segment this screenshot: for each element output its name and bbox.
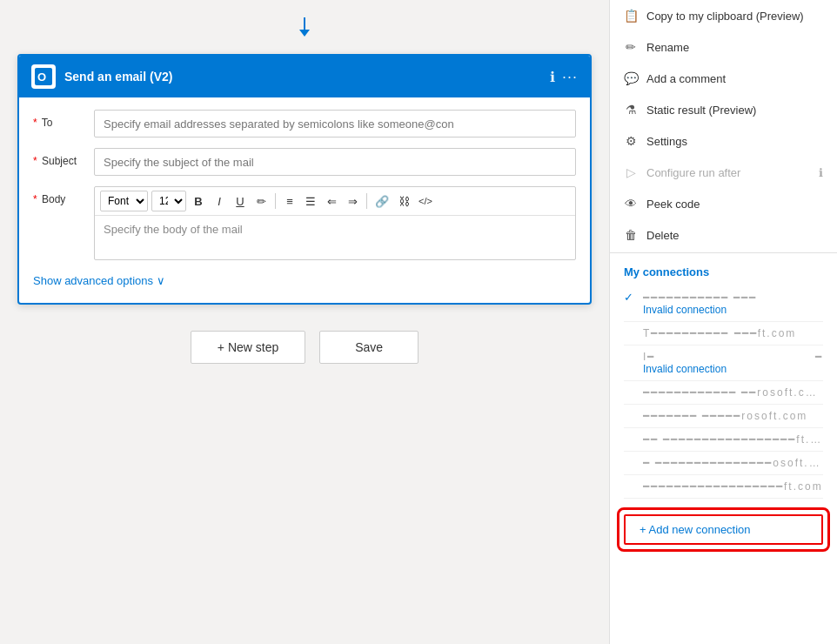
indent-button[interactable]: ⇒	[344, 191, 361, 211]
connection-email-6: ━━ ━━━━━━━━━━━━━━━━━ft.com	[643, 433, 823, 446]
info-run-after-icon: ℹ	[819, 166, 823, 179]
context-menu: 📋 Copy to my clipboard (Preview) ✏ Renam…	[610, 0, 837, 251]
flow-arrow	[294, 17, 315, 47]
card-actions: ℹ ···	[550, 68, 578, 86]
comment-icon: 💬	[624, 71, 638, 85]
flask-icon: ⚗	[624, 103, 638, 117]
connection-row-4: ━━━━━━━━━━━━ ━━rosoft.com	[624, 386, 823, 399]
menu-rename[interactable]: ✏ Rename	[610, 31, 837, 63]
toolbar-sep-1	[275, 193, 276, 209]
chevron-down-icon: ∨	[157, 274, 165, 287]
unlink-button[interactable]: ⛓	[395, 191, 412, 211]
card-header: O Send an email (V2) ℹ ···	[19, 56, 590, 97]
bottom-actions: + New step Save	[191, 331, 418, 364]
required-star-subject: *	[33, 155, 37, 167]
connection-item-7[interactable]: ━ ━━━━━━━━━━━━━━━osoft.com	[624, 452, 823, 475]
connection-email-4: ━━━━━━━━━━━━ ━━rosoft.com	[643, 386, 823, 399]
rename-icon: ✏	[624, 40, 638, 54]
menu-copy-label: Copy to my clipboard (Preview)	[646, 10, 804, 23]
outlook-icon: O	[31, 64, 56, 89]
gear-icon: ⚙	[624, 134, 638, 148]
main-canvas: O Send an email (V2) ℹ ··· * To *	[0, 0, 609, 644]
right-panel: 📋 Copy to my clipboard (Preview) ✏ Renam…	[609, 0, 837, 644]
connection-item-8[interactable]: ━━━━━━━━━━━━━━━━━━ft.com	[624, 475, 823, 499]
info-icon[interactable]: ℹ	[550, 69, 555, 85]
body-field-row: * Body Font 12 B I U ✏	[33, 186, 576, 260]
connection-row-2: T━━━━━━━━━━ ━━━ft.com	[624, 327, 823, 339]
svg-text:O: O	[37, 70, 46, 84]
connection-item-5[interactable]: ━━━━━━━ ━━━━━rosoft.com	[624, 405, 823, 428]
outdent-button[interactable]: ⇐	[323, 191, 340, 211]
body-editor: Font 12 B I U ✏ ≡ ☰ ⇐ ⇒	[94, 186, 576, 260]
connections-section: My connections ✓ ━━━━━━━━━━━ ━━━ Invalid…	[610, 255, 837, 504]
connection-item-1: ✓ ━━━━━━━━━━━ ━━━ Invalid connection	[624, 285, 823, 322]
email-action-card: O Send an email (V2) ℹ ··· * To *	[17, 54, 592, 305]
underline-button[interactable]: U	[231, 191, 249, 211]
connection-item-3: I━ ━ Invalid connection	[624, 345, 823, 381]
to-field-row: * To	[33, 110, 576, 138]
connection-email-5: ━━━━━━━ ━━━━━rosoft.com	[643, 410, 823, 422]
highlight-button[interactable]: ✏	[252, 191, 270, 211]
connection-row-5: ━━━━━━━ ━━━━━rosoft.com	[624, 410, 823, 422]
trash-icon: 🗑	[624, 228, 638, 242]
connection-email-2: T━━━━━━━━━━ ━━━ft.com	[643, 327, 823, 339]
connection-row-7: ━ ━━━━━━━━━━━━━━━osoft.com	[624, 457, 823, 469]
connection-row-8: ━━━━━━━━━━━━━━━━━━ft.com	[624, 480, 823, 493]
italic-button[interactable]: I	[211, 191, 228, 211]
menu-divider	[610, 252, 837, 253]
connection-email-3b: ━	[815, 351, 823, 363]
card-title: Send an email (V2)	[64, 70, 541, 84]
body-label: * Body	[33, 186, 85, 205]
to-input[interactable]	[94, 110, 576, 138]
connection-item-4[interactable]: ━━━━━━━━━━━━ ━━rosoft.com	[624, 381, 823, 405]
menu-peek-label: Peek code	[646, 198, 700, 211]
body-editor-content[interactable]: Specify the body of the mail	[95, 216, 575, 259]
save-button[interactable]: Save	[319, 331, 418, 364]
toolbar-sep-2	[366, 193, 367, 209]
connection-row-1: ✓ ━━━━━━━━━━━ ━━━	[624, 291, 823, 304]
menu-peek-code[interactable]: 👁 Peek code	[610, 188, 837, 219]
font-select[interactable]: Font	[100, 191, 148, 211]
menu-settings-label: Settings	[646, 135, 687, 148]
menu-comment-label: Add a comment	[646, 72, 726, 85]
more-options-icon[interactable]: ···	[562, 68, 578, 86]
link-button[interactable]: 🔗	[372, 191, 392, 211]
code-button[interactable]: </>	[416, 191, 435, 211]
menu-rename-label: Rename	[646, 41, 689, 54]
body-placeholder: Specify the body of the mail	[104, 223, 243, 236]
connection-error-1[interactable]: Invalid connection	[643, 304, 823, 316]
connection-item-6[interactable]: ━━ ━━━━━━━━━━━━━━━━━ft.com	[624, 428, 823, 452]
show-advanced-options[interactable]: Show advanced options ∨	[33, 271, 576, 291]
subject-input[interactable]	[94, 148, 576, 176]
menu-add-comment[interactable]: 💬 Add a comment	[610, 63, 837, 94]
connections-title: My connections	[624, 265, 823, 278]
numbered-list-button[interactable]: ☰	[302, 191, 319, 211]
menu-static-result[interactable]: ⚗ Static result (Preview)	[610, 94, 837, 125]
add-connection-wrapper: + Add new connection	[610, 504, 837, 555]
subject-label-text: Subject	[42, 155, 77, 167]
body-label-text: Body	[42, 193, 65, 205]
clipboard-icon: 📋	[624, 9, 638, 23]
connection-email-8: ━━━━━━━━━━━━━━━━━━ft.com	[643, 480, 823, 493]
menu-copy-clipboard[interactable]: 📋 Copy to my clipboard (Preview)	[610, 0, 837, 31]
bold-button[interactable]: B	[190, 191, 207, 211]
menu-delete-label: Delete	[646, 229, 680, 242]
required-star: *	[33, 117, 37, 129]
menu-delete[interactable]: 🗑 Delete	[610, 219, 837, 251]
subject-label: * Subject	[33, 148, 85, 167]
connection-row-3: I━ ━	[624, 351, 823, 363]
connection-email-1: ━━━━━━━━━━━ ━━━	[643, 292, 823, 304]
connection-item-2[interactable]: T━━━━━━━━━━ ━━━ft.com	[624, 322, 823, 345]
subject-field-row: * Subject	[33, 148, 576, 176]
add-new-connection-button[interactable]: + Add new connection	[624, 514, 823, 545]
menu-static-label: Static result (Preview)	[646, 104, 756, 117]
menu-settings[interactable]: ⚙ Settings	[610, 125, 837, 157]
bullet-list-button[interactable]: ≡	[281, 191, 298, 211]
menu-configure-run-after: ▷ Configure run after ℹ	[610, 157, 837, 188]
editor-toolbar: Font 12 B I U ✏ ≡ ☰ ⇐ ⇒	[95, 187, 575, 216]
menu-run-after-label: Configure run after	[646, 166, 740, 179]
connection-email-7: ━ ━━━━━━━━━━━━━━━osoft.com	[643, 457, 823, 469]
font-size-select[interactable]: 12	[151, 191, 186, 211]
connection-error-3[interactable]: Invalid connection	[643, 363, 823, 375]
new-step-button[interactable]: + New step	[191, 331, 305, 364]
